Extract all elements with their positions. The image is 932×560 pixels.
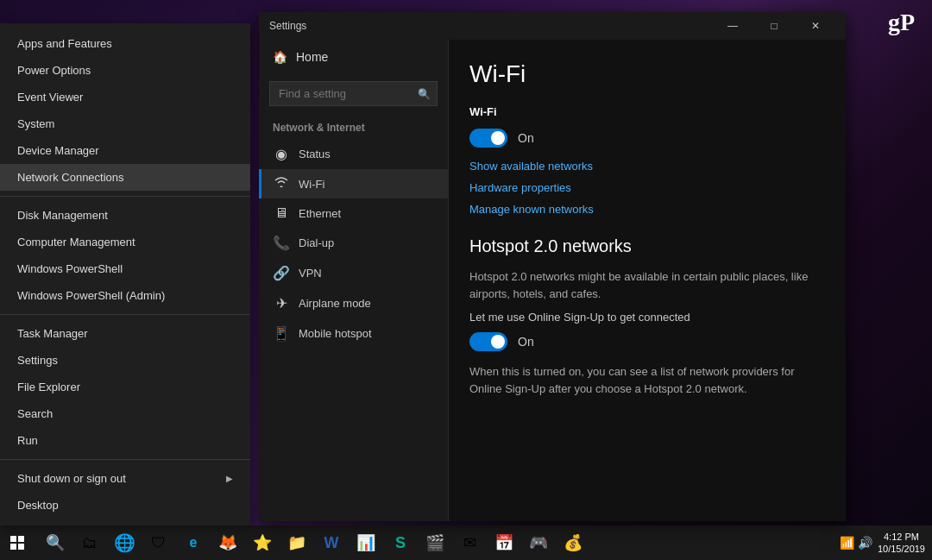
divider-2 [0,314,250,315]
wifi-toggle[interactable] [469,129,507,148]
tray-volume-icon[interactable]: 🔊 [858,536,872,550]
context-menu-item-powershell[interactable]: Windows PowerShell [0,255,250,282]
nav-item-airplane[interactable]: ✈ Airplane mode [259,288,448,318]
taskbar-folder-icon[interactable]: 📁 [280,525,314,560]
nav-item-status[interactable]: ◉ Status [259,139,448,169]
settings-home-button[interactable]: 🏠 Home [259,40,448,74]
vpn-nav-icon: 🔗 [273,265,290,281]
settings-sidebar: 🏠 Home 🔍 Network & Internet ◉ Status [259,40,449,521]
tray-icons: 📶 🔊 [840,536,872,550]
taskbar-s-icon[interactable]: S [383,525,418,560]
maximize-button[interactable]: □ [754,12,794,40]
dialup-nav-icon: 📞 [273,235,290,251]
svg-rect-2 [10,544,16,550]
context-menu-item-run[interactable]: Run [0,427,250,454]
taskbar-calendar-icon[interactable]: 📅 [487,525,521,560]
context-menu-item-apps[interactable]: Apps and Features [0,30,250,57]
taskbar-clock[interactable]: 4:12 PM 10/15/2019 [878,531,925,556]
context-menu-item-power[interactable]: Power Options [0,57,250,84]
home-icon: 🏠 [273,50,287,64]
manage-known-networks-link[interactable]: Manage known networks [469,203,825,216]
titlebar-controls: — □ ✕ [713,12,835,40]
hotspot-sub-label: Let me use Online Sign-Up to get connect… [469,311,825,324]
context-menu-item-task-manager[interactable]: Task Manager [0,320,250,347]
page-title: Wi-Fi [469,60,825,88]
tray-wifi-icon[interactable]: 📶 [840,536,854,550]
context-menu-item-system[interactable]: System [0,110,250,137]
svg-rect-3 [18,544,24,550]
desktop: gP Apps and Features Power Options Event… [0,0,932,560]
taskbar-mail-icon[interactable]: ✉ [452,525,487,560]
status-nav-icon: ◉ [273,146,290,162]
taskbar-files-icon[interactable]: 🗂 [72,525,107,560]
divider-3 [0,459,250,460]
hotspot-toggle-row: On [469,332,825,351]
hotspot-toggle-label: On [518,335,534,349]
settings-window-title: Settings [269,20,713,32]
gp-logo: gP [888,9,915,36]
context-menu-item-powershell-admin[interactable]: Windows PowerShell (Admin) [0,282,250,309]
svg-rect-1 [18,536,24,542]
wifi-toggle-row: On [469,129,825,148]
taskbar-movie-icon[interactable]: 🎬 [418,525,452,560]
airplane-nav-icon: ✈ [273,295,290,311]
hotspot-section: Hotspot 2.0 networks Hotspot 2.0 network… [469,236,825,397]
settings-titlebar: Settings — □ ✕ [259,12,846,40]
context-menu-item-computer-mgmt[interactable]: Computer Management [0,229,250,255]
taskbar-chrome-icon[interactable]: 🌐 [107,525,142,560]
hotspot-description: Hotspot 2.0 networks might be available … [469,268,825,302]
settings-section-label: Network & Internet [259,113,448,139]
mobile-hotspot-nav-icon: 📱 [273,325,290,342]
settings-search-input[interactable] [269,81,438,106]
taskbar-edge-icon[interactable]: e [176,525,211,560]
taskbar-firefox-icon[interactable]: 🦊 [211,525,245,560]
svg-rect-0 [10,536,16,542]
taskbar-game-icon[interactable]: 🎮 [521,525,556,560]
hotspot-section-header: Hotspot 2.0 networks [469,236,825,256]
nav-item-ethernet[interactable]: 🖥 Ethernet [259,198,448,228]
hotspot-toggle[interactable] [469,332,507,351]
taskbar-icons: 🔍 🗂 🌐 🛡 e 🦊 ⭐ 📁 W 📊 S 🎬 ✉ 📅 🎮 💰 [35,525,840,560]
close-button[interactable]: ✕ [796,12,835,40]
settings-body: 🏠 Home 🔍 Network & Internet ◉ Status [259,40,846,521]
wifi-section: Wi-Fi On Show available networks Hardwar… [469,105,825,216]
ethernet-nav-icon: 🖥 [273,205,290,221]
start-button[interactable] [0,525,35,560]
nav-item-dialup[interactable]: 📞 Dial-up [259,228,448,258]
wifi-toggle-label: On [518,131,534,145]
taskbar-word-icon[interactable]: W [314,525,349,560]
search-icon: 🔍 [418,88,431,100]
wifi-nav-icon [273,176,290,192]
taskbar-star-icon[interactable]: ⭐ [245,525,280,560]
shutdown-arrow-icon: ▶ [226,474,233,483]
divider-1 [0,196,250,197]
context-menu-item-file-explorer[interactable]: File Explorer [0,374,250,400]
taskbar-shield-icon[interactable]: 🛡 [142,525,176,560]
hotspot-note: When this is turned on, you can see a li… [469,363,825,397]
context-menu-item-shutdown[interactable]: Shut down or sign out ▶ [0,465,250,492]
nav-item-wifi[interactable]: Wi-Fi [259,169,448,198]
show-available-networks-link[interactable]: Show available networks [469,160,825,173]
taskbar-tray: 📶 🔊 4:12 PM 10/15/2019 [840,531,932,556]
nav-item-mobile-hotspot[interactable]: 📱 Mobile hotspot [259,318,448,349]
taskbar: 🔍 🗂 🌐 🛡 e 🦊 ⭐ 📁 W 📊 S 🎬 ✉ 📅 🎮 💰 📶 🔊 4:12… [0,525,932,560]
context-menu-item-network-connections[interactable]: Network Connections [0,164,250,191]
taskbar-search-icon[interactable]: 🔍 [38,525,72,560]
taskbar-money-icon[interactable]: 💰 [556,525,590,560]
context-menu-item-settings[interactable]: Settings [0,347,250,374]
wifi-section-header: Wi-Fi [469,105,825,118]
context-menu-item-desktop[interactable]: Desktop [0,492,250,519]
context-menu-item-event[interactable]: Event Viewer [0,84,250,110]
context-menu-item-device-manager[interactable]: Device Manager [0,137,250,164]
settings-main-content: Wi-Fi Wi-Fi On Show available networks H… [449,40,846,521]
context-menu: Apps and Features Power Options Event Vi… [0,23,250,525]
settings-window: Settings — □ ✕ 🏠 Home 🔍 Network & Intern… [259,12,846,521]
taskbar-chart-icon[interactable]: 📊 [349,525,383,560]
nav-item-vpn[interactable]: 🔗 VPN [259,258,448,288]
minimize-button[interactable]: — [713,12,753,40]
context-menu-item-disk[interactable]: Disk Management [0,202,250,229]
settings-search-box: 🔍 [269,81,438,106]
hardware-properties-link[interactable]: Hardware properties [469,181,825,194]
context-menu-item-search[interactable]: Search [0,400,250,427]
